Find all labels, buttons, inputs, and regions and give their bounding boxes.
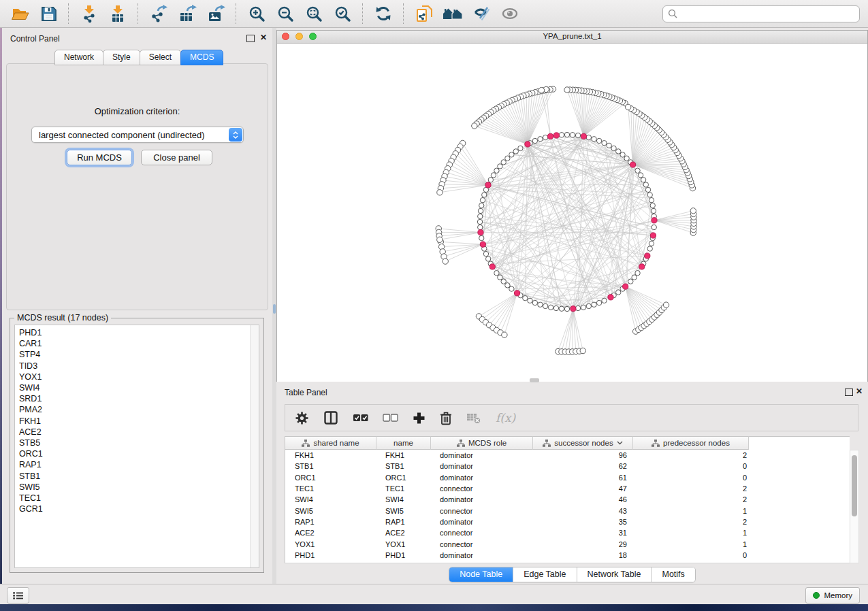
ring-node[interactable] [538, 302, 543, 307]
table-row-RAP1[interactable]: RAP1RAP1dominator352 [285, 516, 850, 527]
ring-node[interactable] [478, 214, 483, 218]
column-header-predecessor-nodes[interactable]: predecessor nodes [633, 436, 749, 450]
dominator-node[interactable] [652, 218, 657, 223]
ring-node[interactable] [543, 135, 547, 139]
mcds-result-item[interactable]: STP4 [15, 349, 259, 360]
dominator-node[interactable] [485, 182, 491, 188]
column-header-MCDS-role[interactable]: MCDS role [431, 436, 533, 450]
ring-node[interactable] [479, 235, 484, 240]
mcds-result-item[interactable]: SWI4 [15, 382, 259, 393]
dominator-node[interactable] [553, 133, 559, 138]
ring-node[interactable] [592, 302, 596, 307]
ring-node[interactable] [592, 137, 596, 142]
run-mcds-button[interactable]: Run MCDS [67, 150, 132, 165]
tab-edge-table[interactable]: Edge Table [513, 567, 577, 582]
zoom-in-icon[interactable] [246, 3, 267, 24]
dominator-node[interactable] [581, 133, 586, 139]
ring-node[interactable] [494, 271, 499, 276]
ring-node[interactable] [478, 208, 483, 213]
ring-node[interactable] [564, 306, 569, 311]
ring-node[interactable] [624, 156, 629, 161]
close-window-icon[interactable] [282, 33, 289, 40]
dominator-node[interactable] [514, 291, 519, 296]
ring-node[interactable] [635, 271, 640, 276]
dominator-node[interactable] [630, 162, 636, 167]
table-scrollbar-thumb[interactable] [852, 455, 857, 516]
ring-node[interactable] [649, 241, 654, 246]
ring-node[interactable] [501, 279, 506, 284]
float-table-panel-icon[interactable] [845, 389, 853, 396]
ring-node[interactable] [498, 164, 502, 169]
ring-node[interactable] [548, 305, 553, 310]
ring-node[interactable] [509, 152, 514, 157]
search-input[interactable] [662, 5, 860, 22]
table-row-SWI5[interactable]: SWI5SWI5connector431 [285, 505, 850, 516]
ring-node[interactable] [586, 303, 591, 308]
ring-node[interactable] [523, 295, 528, 300]
ring-node[interactable] [564, 132, 569, 137]
mcds-result-item[interactable]: GCR1 [15, 503, 259, 514]
zoom-out-icon[interactable] [275, 3, 295, 24]
mcds-result-item[interactable]: YOX1 [15, 371, 259, 382]
column-header-successor-nodes[interactable]: successor nodes [533, 436, 633, 450]
table-row-TEC1[interactable]: TEC1TEC1connector472 [285, 483, 850, 494]
mcds-result-item[interactable]: TEC1 [15, 493, 259, 503]
dominator-node[interactable] [547, 133, 553, 139]
ring-node[interactable] [650, 203, 655, 208]
network-canvas[interactable] [277, 44, 867, 382]
ring-node[interactable] [477, 219, 482, 224]
dominator-node[interactable] [525, 142, 530, 147]
ring-node[interactable] [628, 279, 633, 284]
maximize-window-icon[interactable] [309, 33, 317, 40]
table-settings-gear-icon[interactable] [295, 411, 309, 425]
mcds-result-item[interactable]: PMA2 [15, 404, 259, 415]
ring-node[interactable] [518, 146, 523, 150]
ring-node[interactable] [483, 251, 488, 256]
leaf-node[interactable] [663, 302, 669, 308]
ring-node[interactable] [501, 160, 506, 165]
ring-node[interactable] [596, 300, 601, 305]
leaf-node[interactable] [502, 332, 507, 337]
refresh-icon[interactable] [373, 3, 393, 24]
float-panel-icon[interactable] [246, 35, 255, 42]
dominator-node[interactable] [623, 284, 628, 289]
ring-node[interactable] [570, 133, 575, 137]
tab-select[interactable]: Select [140, 50, 181, 65]
table-row-FKH1[interactable]: FKH1FKH1dominator962 [285, 450, 850, 461]
ring-node[interactable] [611, 146, 616, 150]
ring-node[interactable] [505, 156, 510, 161]
ring-node[interactable] [602, 140, 607, 145]
leaf-node[interactable] [539, 87, 544, 93]
delete-row-icon[interactable] [440, 411, 452, 425]
dominator-node[interactable] [489, 264, 495, 269]
ring-node[interactable] [513, 149, 518, 154]
zoom-selected-icon[interactable] [332, 3, 353, 24]
ring-node[interactable] [491, 173, 496, 178]
task-history-button[interactable] [7, 587, 29, 604]
duplicate-network-icon[interactable] [414, 3, 434, 24]
mcds-result-item[interactable]: RAP1 [15, 459, 259, 470]
deselect-all-rows-icon[interactable] [383, 413, 398, 423]
tab-motifs[interactable]: Motifs [652, 567, 694, 582]
ring-node[interactable] [651, 208, 656, 213]
ring-node[interactable] [528, 298, 532, 303]
tab-network-table[interactable]: Network Table [577, 567, 652, 582]
leaf-node[interactable] [472, 123, 477, 129]
mcds-result-item[interactable]: ORC1 [15, 448, 259, 459]
ring-node[interactable] [647, 193, 652, 197]
mcds-list-scrollbar[interactable] [250, 325, 259, 567]
table-row-YOX1[interactable]: YOX1YOX1connector291 [285, 538, 850, 549]
ring-node[interactable] [488, 178, 493, 182]
mcds-result-item[interactable]: FKH1 [15, 416, 259, 427]
dominator-node[interactable] [650, 233, 656, 238]
mcds-result-item[interactable]: ACE2 [15, 427, 259, 437]
ring-node[interactable] [480, 197, 485, 202]
zoom-fit-icon[interactable] [304, 3, 324, 24]
show-graphics-details-icon[interactable] [500, 3, 520, 24]
mcds-result-item[interactable]: SWI5 [15, 482, 259, 493]
mcds-result-item[interactable]: TID3 [15, 361, 259, 371]
table-scrollbar[interactable] [850, 450, 859, 563]
ring-node[interactable] [638, 173, 643, 178]
close-panel-icon[interactable]: ✕ [260, 34, 267, 41]
ring-node[interactable] [643, 182, 648, 187]
